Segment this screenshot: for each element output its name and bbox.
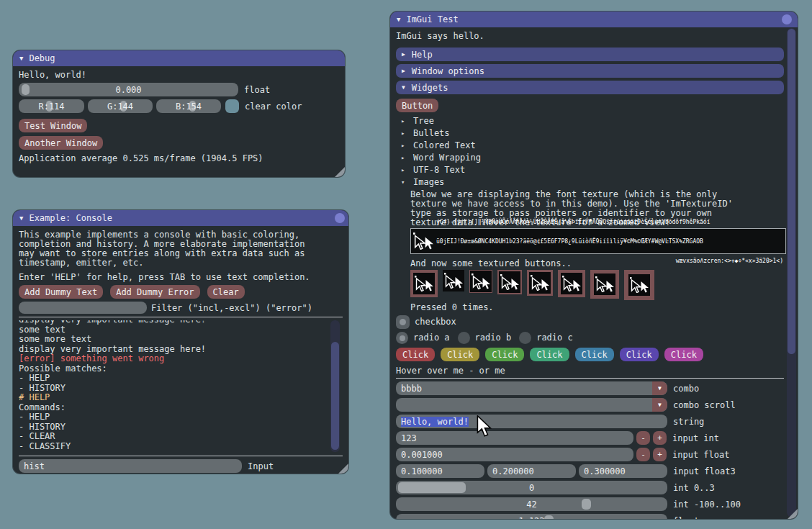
image-button-2[interactable]	[443, 270, 464, 291]
collapse-arrow-icon[interactable]: ▼	[19, 215, 23, 222]
test-window-scrollbar-grab[interactable]	[788, 29, 795, 354]
radio-c[interactable]	[519, 332, 531, 344]
tree-node-word-wrapping[interactable]: ▸Word Wrapping	[401, 151, 784, 163]
color-slider-b[interactable]: B:154	[156, 99, 221, 113]
resize-grip[interactable]	[788, 509, 798, 519]
radio-b[interactable]	[458, 332, 470, 344]
int-neg100-100-slider[interactable]: 42	[396, 497, 667, 511]
string-input[interactable]: Hello, world!	[396, 415, 667, 428]
resize-grip[interactable]	[338, 464, 348, 474]
tree-node-tree[interactable]: ▸Tree	[401, 114, 784, 127]
image-button-3[interactable]	[469, 270, 492, 293]
increment-button[interactable]: +	[653, 448, 667, 461]
combo-arrow-button[interactable]: ▼	[652, 381, 667, 395]
image-button-6[interactable]	[558, 270, 585, 297]
combo-scroll-box[interactable]: ▼	[396, 398, 667, 412]
click-button-6[interactable]: Click	[620, 348, 659, 361]
font-texture-image[interactable]: ýÇf}-{ÿj()[]‖¾ÝBÑòÛÕóÃÂÁÀô½¼ÙÚŽŠÅÉÊ/å\ÈÞ…	[410, 228, 786, 254]
log-line: - CLASSIFY	[19, 442, 343, 452]
hover-over-me-text[interactable]: Hover over me - or me	[396, 366, 505, 376]
header-widgets[interactable]: ▼ Widgets	[396, 81, 784, 94]
radio-b-label: radio b	[475, 333, 512, 343]
resize-grip[interactable]	[335, 167, 345, 177]
click-button-2[interactable]: Click	[441, 348, 479, 361]
int-0-3-slider[interactable]: 0	[396, 481, 667, 494]
click-button-7[interactable]: Click	[664, 348, 703, 361]
header-window-options[interactable]: ▶ Window options	[396, 64, 784, 78]
clear-color-swatch[interactable]	[225, 99, 239, 113]
textured-buttons-text: And now some textured buttons..	[410, 259, 572, 268]
header-help[interactable]: ▶ Help	[396, 48, 784, 61]
decrement-button[interactable]: -	[636, 448, 650, 461]
radio-a-label: radio a	[413, 333, 450, 343]
separator	[19, 456, 343, 456]
combo-scroll-row: ▼ combo scroll	[396, 398, 784, 412]
image-button-5[interactable]	[527, 270, 553, 296]
input-float-field[interactable]: 0.001000	[396, 448, 633, 461]
console-title-bar[interactable]: ▼ Example: Console	[13, 210, 348, 226]
combo-arrow-button[interactable]: ▼	[652, 398, 667, 412]
click-button-1[interactable]: Click	[396, 348, 435, 361]
header-widgets-label: Widgets	[412, 83, 448, 93]
increment-button[interactable]: +	[653, 431, 667, 445]
console-log-region[interactable]: display very important message here! som…	[19, 320, 343, 454]
clear-button[interactable]: Clear	[207, 285, 245, 299]
input-float3-y[interactable]: 0.200000	[487, 464, 576, 478]
click-button-3[interactable]: Click	[485, 348, 524, 361]
input-float-row: 0.001000 - + input float	[396, 448, 784, 461]
float-slider[interactable]: 1.123	[396, 514, 667, 519]
console-scrollbar-grab[interactable]	[331, 342, 339, 450]
console-input[interactable]: hist	[19, 459, 242, 473]
tree-node-bullets[interactable]: ▸Bullets	[401, 127, 784, 139]
image-button-4[interactable]	[497, 270, 522, 294]
log-line: - HISTORY	[19, 384, 343, 394]
color-slider-g[interactable]: G:144	[88, 99, 153, 113]
combo-box[interactable]: bbbb ▼	[396, 381, 667, 395]
cursor-texture-icon	[413, 273, 435, 294]
console-window-title: Example: Console	[29, 213, 112, 223]
button-widget[interactable]: Button	[396, 99, 438, 112]
add-dummy-text-button[interactable]: Add Dummy Text	[19, 285, 103, 299]
image-button-8[interactable]	[624, 270, 654, 300]
click-button-4[interactable]: Click	[530, 348, 569, 361]
tree-node-images[interactable]: ▾Images	[401, 176, 784, 188]
filter-input[interactable]	[19, 302, 147, 314]
debug-window: ▼ Debug Hello, world! 0.000 float R:114 …	[13, 50, 345, 177]
test-window-button[interactable]: Test Window	[19, 119, 87, 132]
header-help-label: Help	[412, 50, 433, 60]
console-scrollbar[interactable]	[330, 320, 340, 452]
input-float3-z[interactable]: 0.300000	[579, 464, 667, 478]
tree-collapsed-icon: ▸	[401, 166, 407, 173]
collapse-arrow-icon[interactable]: ▼	[397, 17, 400, 23]
test-title-bar[interactable]: ▼ ImGui Test	[390, 12, 798, 27]
color-slider-r[interactable]: R:114	[19, 99, 84, 113]
combo-scroll-label: combo scroll	[673, 400, 736, 410]
radio-a[interactable]	[396, 332, 408, 344]
tree-node-colored-text[interactable]: ▸Colored Text	[401, 139, 784, 151]
input-int-field[interactable]: 123	[396, 431, 633, 445]
tree-node-label: Images	[413, 177, 444, 187]
image-button-7[interactable]	[590, 270, 619, 299]
another-window-button[interactable]: Another Window	[19, 136, 103, 150]
log-line: - CLEAR	[19, 432, 343, 442]
click-button-5[interactable]: Click	[575, 348, 614, 361]
log-line-command: # HELP	[19, 393, 343, 403]
decrement-button[interactable]: -	[636, 431, 650, 445]
close-button[interactable]	[782, 14, 792, 24]
checkbox-row: checkbox	[396, 315, 784, 329]
collapse-arrow-icon[interactable]: ▼	[19, 55, 23, 62]
input-float3-x[interactable]: 0.100000	[396, 464, 484, 478]
checkbox[interactable]	[396, 315, 410, 329]
float-slider[interactable]: 0.000	[19, 83, 238, 96]
tree-node-utf8-text[interactable]: ▸UTF-8 Text	[401, 163, 784, 176]
log-line: Possible matches:	[19, 364, 343, 374]
image-button-1[interactable]	[410, 270, 438, 297]
tree-collapsed-icon: ▸	[401, 130, 407, 137]
test-window-scrollbar[interactable]	[787, 28, 796, 517]
cursor-texture-icon	[529, 272, 551, 294]
add-dummy-error-button[interactable]: Add Dummy Error	[110, 285, 199, 299]
combo-row: bbbb ▼ combo	[396, 381, 784, 395]
input-int-label: input int	[672, 433, 719, 443]
debug-title-bar[interactable]: ▼ Debug	[13, 50, 345, 66]
close-button[interactable]	[335, 213, 345, 223]
